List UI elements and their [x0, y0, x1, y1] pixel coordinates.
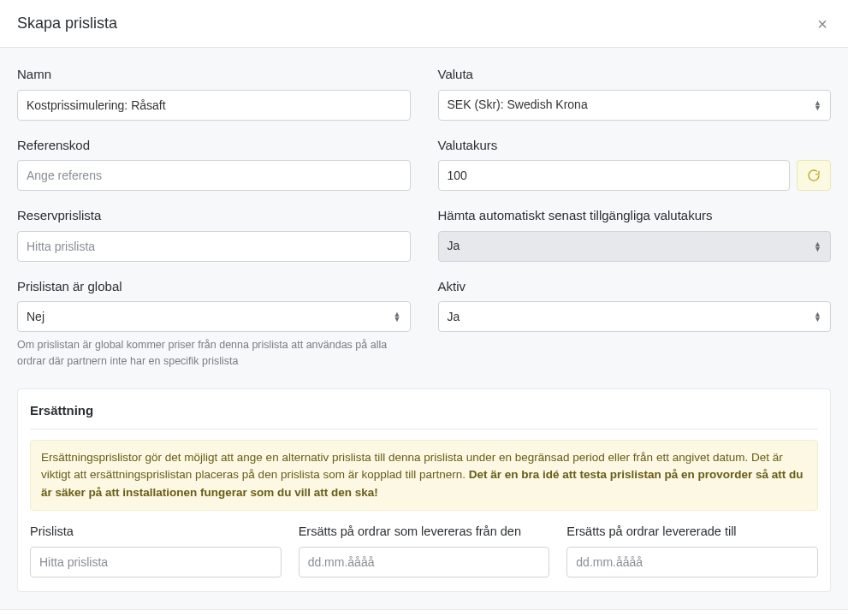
refresh-icon — [807, 169, 821, 182]
refresh-rate-button[interactable] — [797, 160, 831, 191]
select-value-currency: SEK (Skr): Swedish Krona — [448, 96, 588, 114]
divider — [30, 429, 818, 429]
input-rep-from[interactable] — [299, 547, 550, 578]
label-name: Namn — [17, 65, 411, 85]
input-exchange-rate — [438, 160, 791, 191]
modal-header: Skapa prislista × — [0, 0, 848, 48]
close-button[interactable]: × — [814, 15, 831, 33]
modal-footer: Spara — [0, 609, 848, 617]
label-currency: Valuta — [438, 65, 832, 85]
field-global: Prislistan är global Nej ▲▼ Om prislista… — [17, 277, 411, 370]
chevron-updown-icon: ▲▼ — [814, 100, 821, 110]
chevron-updown-icon: ▲▼ — [394, 311, 401, 322]
label-rep-to: Ersätts på ordrar levererade till — [566, 523, 818, 542]
input-rep-pricelist[interactable] — [30, 547, 282, 578]
label-auto-fetch: Hämta automatiskt senast tillgängliga va… — [438, 206, 832, 226]
select-value-global: Nej — [27, 308, 44, 326]
field-rep-from: Ersätts på ordrar som levereras från den — [299, 523, 550, 578]
modal-create-pricelist: Skapa prislista × Namn Valuta SEK (Skr):… — [0, 0, 848, 616]
field-rep-to: Ersätts på ordrar levererade till — [566, 523, 818, 578]
modal-title: Skapa prislista — [17, 12, 117, 35]
field-reserve-pricelist: Reservprislista — [17, 206, 411, 262]
field-active: Aktiv Ja ▲▼ — [438, 277, 832, 333]
label-exchange-rate: Valutakurs — [438, 136, 832, 156]
select-value-active: Ja — [448, 308, 460, 326]
select-active[interactable]: Ja ▲▼ — [438, 301, 832, 332]
select-currency[interactable]: SEK (Skr): Swedish Krona ▲▼ — [438, 90, 832, 121]
section-title-replacement: Ersättning — [30, 401, 818, 421]
label-reserve: Reservprislista — [17, 206, 411, 226]
info-replacement: Ersättningsprislistor gör det möjligt at… — [30, 440, 818, 511]
label-global: Prislistan är global — [17, 277, 411, 297]
form-grid: Namn Valuta SEK (Skr): Swedish Krona ▲▼ … — [17, 65, 831, 370]
input-reserve[interactable] — [17, 231, 411, 262]
input-reference[interactable] — [17, 160, 411, 191]
select-global[interactable]: Nej ▲▼ — [17, 301, 411, 332]
label-active: Aktiv — [438, 277, 832, 297]
label-rep-pricelist: Prislista — [30, 523, 282, 542]
chevron-updown-icon: ▲▼ — [814, 241, 821, 252]
modal-body: Namn Valuta SEK (Skr): Swedish Krona ▲▼ … — [0, 48, 848, 609]
chevron-updown-icon: ▲▼ — [814, 311, 821, 322]
field-auto-fetch: Hämta automatiskt senast tillgängliga va… — [438, 206, 832, 262]
field-exchange-rate: Valutakurs — [438, 136, 832, 192]
help-global: Om prislistan är global kommer priser fr… — [17, 337, 394, 370]
label-rep-from: Ersätts på ordrar som levereras från den — [299, 523, 550, 542]
input-name[interactable] — [17, 90, 411, 121]
section-replacement: Ersättning Ersättningsprislistor gör det… — [17, 388, 831, 592]
field-reference: Referenskod — [17, 136, 411, 192]
select-auto-fetch: Ja ▲▼ — [438, 231, 832, 262]
label-reference: Referenskod — [17, 136, 411, 156]
select-value-auto-fetch: Ja — [448, 237, 460, 255]
field-currency: Valuta SEK (Skr): Swedish Krona ▲▼ — [438, 65, 832, 121]
replacement-grid: Prislista Ersätts på ordrar som leverera… — [30, 523, 818, 578]
field-name: Namn — [17, 65, 411, 121]
field-rep-pricelist: Prislista — [30, 523, 282, 578]
input-rep-to[interactable] — [566, 547, 818, 578]
